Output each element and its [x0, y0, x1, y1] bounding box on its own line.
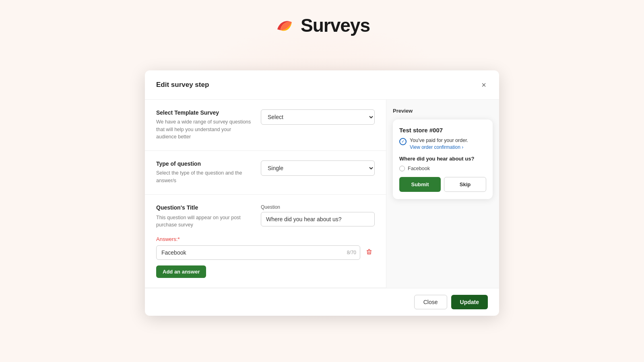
answer-input-wrapper: 8/70: [156, 245, 360, 260]
order-confirmation: You've paid for your order. View order c…: [399, 138, 486, 150]
answers-label: Answers:*: [156, 236, 375, 242]
preview-radio-option: Facebook: [399, 166, 486, 171]
check-circle-icon: [399, 138, 407, 145]
trash-icon: [366, 249, 372, 255]
preview-skip-button[interactable]: Skip: [444, 177, 486, 192]
modal-footer: Close Update: [145, 288, 499, 316]
preview-panel: Preview Test store #007 You've paid for …: [386, 100, 499, 288]
svg-rect-1: [367, 250, 372, 251]
template-survey-control: Select Template 1 Template 2 Template 3: [261, 109, 375, 125]
template-survey-section: Select Template Survey We have a wide ra…: [145, 100, 386, 151]
order-confirmation-link[interactable]: View order confirmation ›: [410, 144, 468, 150]
question-type-select[interactable]: Single Multiple Text: [261, 160, 375, 176]
question-title-right: Question: [261, 204, 375, 226]
preview-submit-button[interactable]: Submit: [399, 177, 441, 192]
modal-body: Select Template Survey We have a wide ra…: [145, 100, 499, 288]
question-title-label: Question's Title: [156, 204, 253, 211]
question-type-control: Single Multiple Text: [261, 160, 375, 176]
modal-close-button[interactable]: ×: [480, 79, 488, 90]
order-paid-text: You've paid for your order.: [410, 138, 468, 143]
svg-rect-2: [368, 249, 370, 250]
answer-count: 8/70: [347, 250, 356, 255]
preview-label: Preview: [393, 108, 493, 114]
answer-row: 8/70: [156, 245, 375, 260]
question-input-label: Question: [261, 204, 375, 210]
question-title-header: Question's Title This question will appe…: [156, 204, 375, 229]
left-panel: Select Template Survey We have a wide ra…: [145, 100, 386, 288]
question-type-label: Type of question: [156, 160, 253, 167]
delete-answer-button[interactable]: [363, 246, 375, 259]
preview-buttons: Submit Skip: [399, 177, 486, 192]
answer-input[interactable]: [156, 245, 360, 260]
order-text-group: You've paid for your order. View order c…: [410, 138, 468, 150]
question-title-desc: This question will appear on your post p…: [156, 214, 253, 229]
preview-store-name: Test store #007: [399, 127, 486, 134]
radio-circle-icon: [399, 166, 405, 171]
template-survey-desc: We have a wide range of survey questions…: [156, 118, 253, 141]
answers-section: Answers:* 8/70: [156, 236, 375, 278]
question-title-left: Question's Title This question will appe…: [156, 204, 253, 229]
modal-title: Edit survey step: [156, 81, 209, 89]
question-type-desc: Select the type of the question and the …: [156, 169, 253, 185]
question-type-info: Type of question Select the type of the …: [156, 160, 253, 185]
template-survey-select[interactable]: Select Template 1 Template 2 Template 3: [261, 109, 375, 125]
modal-overlay: Edit survey step × Select Template Surve…: [0, 0, 644, 362]
template-survey-info: Select Template Survey We have a wide ra…: [156, 109, 253, 141]
preview-phone-frame: Test store #007 You've paid for your ord…: [393, 119, 493, 199]
question-type-section: Type of question Select the type of the …: [145, 151, 386, 195]
preview-radio-label: Facebook: [408, 166, 430, 171]
question-title-section: Question's Title This question will appe…: [145, 195, 386, 288]
question-text-input[interactable]: [261, 212, 375, 226]
footer-close-button[interactable]: Close: [414, 295, 447, 309]
template-survey-label: Select Template Survey: [156, 109, 253, 116]
footer-update-button[interactable]: Update: [451, 295, 488, 309]
edit-survey-modal: Edit survey step × Select Template Surve…: [145, 70, 499, 316]
add-answer-button[interactable]: Add an answer: [156, 265, 206, 278]
preview-survey-question: Where did you hear about us?: [399, 156, 486, 162]
modal-header: Edit survey step ×: [145, 70, 499, 100]
